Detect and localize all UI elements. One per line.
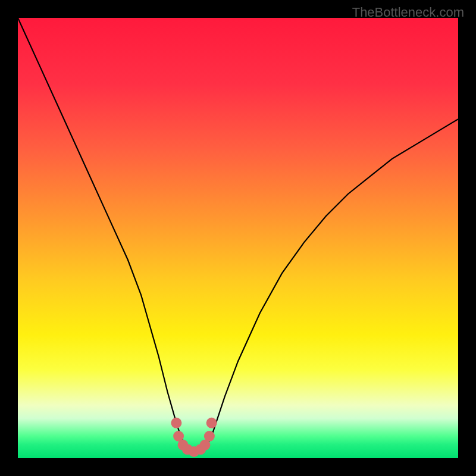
watermark-text: TheBottleneck.com [352,5,464,20]
bottleneck-curve-line [18,18,458,452]
chart-container [18,18,458,458]
curve-marker [206,418,217,428]
bottleneck-curve-svg [18,18,458,458]
curve-marker [204,431,215,441]
curve-markers [171,418,217,457]
curve-marker [171,418,181,428]
